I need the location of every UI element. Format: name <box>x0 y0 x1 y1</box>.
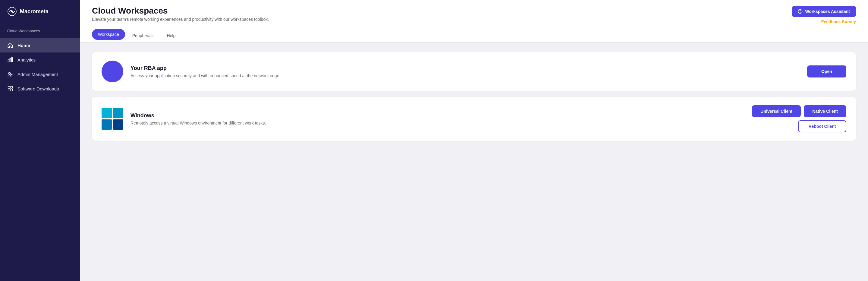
rba-description: Access your application securely and wit… <box>130 73 800 78</box>
windows-info: Windows Remotely access a virtual Window… <box>130 113 745 125</box>
rba-open-button[interactable]: Open <box>807 65 846 77</box>
reboot-client-button[interactable]: Reboot Client <box>798 120 846 132</box>
svg-point-1 <box>11 10 13 12</box>
universal-client-button[interactable]: Universal Client <box>752 105 801 117</box>
sidebar-item-software[interactable]: Software Downloads <box>0 82 80 96</box>
tab-peripherals[interactable]: Peripherals <box>126 29 160 42</box>
sidebar-item-label: Admin Management <box>18 72 58 77</box>
sidebar-nav: Home Analytics Admin Management <box>0 36 80 98</box>
sidebar-item-analytics[interactable]: Analytics <box>0 53 80 67</box>
native-client-button[interactable]: Native Client <box>804 105 846 117</box>
macrometa-logo-icon <box>7 7 17 16</box>
windows-description: Remotely access a virtual Windows enviro… <box>130 121 745 125</box>
content-area: Your RBA app Access your application sec… <box>80 42 868 151</box>
sidebar-item-admin[interactable]: Admin Management <box>0 67 80 82</box>
svg-rect-7 <box>10 87 13 89</box>
download-icon <box>7 86 13 92</box>
win-tile-bl <box>101 119 112 130</box>
tabs: Workspace Peripherals Help <box>92 29 856 42</box>
win-tile-tl <box>101 108 112 118</box>
rba-circle-icon <box>101 61 123 82</box>
rba-actions: Open <box>807 65 846 77</box>
svg-rect-2 <box>8 60 9 62</box>
header-top: Cloud Workspaces Elevate your team's rem… <box>92 6 856 24</box>
admin-icon <box>7 71 13 77</box>
svg-point-5 <box>8 72 10 74</box>
workspaces-assistant-button[interactable]: Workspaces Assistant <box>792 6 856 17</box>
win-tile-tr <box>113 108 123 118</box>
logo-text: Macrometa <box>20 8 49 15</box>
sidebar-section-label: Cloud Workspaces <box>0 23 80 36</box>
page-header: Cloud Workspaces Elevate your team's rem… <box>80 0 868 42</box>
page-title: Cloud Workspaces <box>92 6 269 16</box>
windows-actions: Universal Client Native Client Reboot Cl… <box>752 105 846 132</box>
rba-info: Your RBA app Access your application sec… <box>130 65 800 78</box>
windows-icon-area <box>101 108 123 130</box>
feedback-survey-link[interactable]: Feedback Survey <box>821 19 856 24</box>
win-tile-br <box>113 119 123 130</box>
svg-rect-4 <box>11 58 12 62</box>
rba-title: Your RBA app <box>130 65 800 71</box>
sidebar-item-label: Analytics <box>18 57 36 62</box>
header-actions: Workspaces Assistant Feedback Survey <box>792 6 856 24</box>
tab-help[interactable]: Help <box>161 29 182 42</box>
home-icon <box>7 42 13 48</box>
windows-logo-icon <box>101 108 123 130</box>
assistant-icon <box>798 9 803 14</box>
svg-rect-3 <box>10 59 10 62</box>
svg-rect-6 <box>8 87 10 89</box>
rba-card: Your RBA app Access your application sec… <box>92 52 856 91</box>
page-subtitle: Elevate your team's remote working exper… <box>92 17 269 22</box>
main-content: Cloud Workspaces Elevate your team's rem… <box>80 0 868 281</box>
svg-rect-8 <box>10 89 13 91</box>
windows-title: Windows <box>130 113 745 119</box>
logo: Macrometa <box>0 0 80 23</box>
sidebar-item-home[interactable]: Home <box>0 38 80 53</box>
assistant-button-label: Workspaces Assistant <box>805 9 850 14</box>
sidebar-item-label: Software Downloads <box>18 86 59 91</box>
sidebar-item-label: Home <box>18 43 30 48</box>
windows-card: Windows Remotely access a virtual Window… <box>92 97 856 141</box>
windows-actions-row: Universal Client Native Client <box>752 105 846 117</box>
analytics-icon <box>7 57 13 63</box>
header-title-area: Cloud Workspaces Elevate your team's rem… <box>92 6 269 22</box>
tab-workspace[interactable]: Workspace <box>92 29 125 40</box>
sidebar: Macrometa Cloud Workspaces Home Analytic… <box>0 0 80 281</box>
rba-icon-area <box>101 61 123 82</box>
